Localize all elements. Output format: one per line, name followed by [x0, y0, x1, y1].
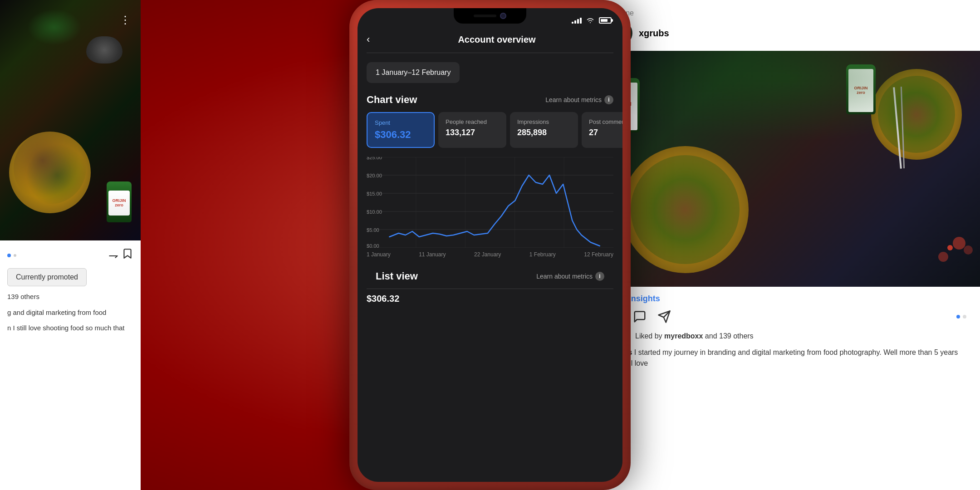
chart-area: $25.00 $20.00 $15.00 $10.00 $5.00 $0.00: [367, 157, 613, 248]
chart-container: $25.00 $20.00 $15.00 $10.00 $5.00 $0.00: [358, 148, 622, 258]
x-label-feb12: 12 February: [584, 251, 613, 258]
x-label-jan1: 1 January: [367, 251, 391, 258]
back-button[interactable]: ‹: [367, 34, 380, 45]
right-header: 16 June xgrubs: [594, 0, 980, 51]
date-range-container: 1 January–12 February: [358, 53, 622, 90]
right-food-bg: ORIJINzero ORIJINzero: [594, 51, 980, 287]
svg-text:$0.00: $0.00: [367, 243, 379, 248]
share-icon[interactable]: [657, 310, 671, 323]
right-can-2: ORIJINzero: [846, 64, 876, 114]
date-range-button[interactable]: 1 January–12 February: [367, 62, 460, 83]
metric-card-people[interactable]: People reached 133,127: [438, 112, 506, 148]
chart-view-title: Chart view: [367, 94, 417, 106]
metric-card-comments[interactable]: Post comments 27: [582, 112, 622, 148]
liked-row: Liked by myredboxx and 139 others: [608, 330, 966, 343]
left-caption-line2: n I still love shooting food so much tha…: [7, 323, 133, 333]
list-learn-metrics-text: Learn about metrics: [536, 273, 593, 280]
liked-prefix: Liked by: [635, 332, 664, 340]
status-icons: [572, 17, 612, 24]
right-post-bottom: View Insights: [594, 287, 980, 376]
view-insights-button[interactable]: View Insights: [608, 294, 966, 304]
right-post-image: ORIJINzero ORIJINzero: [594, 51, 980, 287]
svg-text:$10.00: $10.00: [367, 209, 382, 215]
battery-fill: [601, 19, 608, 22]
metric-people-value: 133,127: [446, 128, 499, 137]
signal-bar-4: [580, 18, 582, 24]
right-panel: 16 June xgrubs ORIJINzero ORIJINzer: [594, 0, 980, 490]
metric-comments-value: 27: [589, 128, 622, 137]
metric-card-spent[interactable]: Spent $306.32: [367, 112, 435, 148]
signal-bar-3: [577, 19, 579, 24]
metric-spent-label: Spent: [375, 119, 426, 126]
x-label-jan22: 22 January: [474, 251, 501, 258]
app-header: ‹ Account overview: [358, 28, 622, 53]
svg-text:$20.00: $20.00: [367, 173, 382, 178]
caption-body: I started my journey in branding and dig…: [608, 348, 958, 367]
list-learn-metrics-button[interactable]: Learn about metrics i: [536, 272, 604, 281]
learn-metrics-text: Learn about metrics: [545, 96, 602, 103]
metric-spent-value: $306.32: [375, 129, 426, 141]
caption-text: xgrubs I started my journey in branding …: [608, 347, 966, 369]
dot-inactive: [14, 254, 16, 257]
chart-view-header: Chart view Learn about metrics i: [358, 90, 622, 112]
signal-bar-1: [572, 22, 573, 24]
wifi-icon: [586, 17, 594, 24]
phone-notch: [454, 8, 526, 24]
x-label-feb1: 1 February: [529, 251, 556, 258]
username[interactable]: xgrubs: [639, 28, 669, 39]
action-row: [608, 310, 966, 323]
svg-text:$15.00: $15.00: [367, 191, 382, 196]
battery-icon: [599, 17, 612, 24]
svg-text:$25.00: $25.00: [367, 157, 382, 160]
signal-bar-2: [574, 20, 576, 24]
right-dot-active: [956, 315, 960, 318]
phone-outer: ‹ Account overview 1 January–12 February…: [349, 0, 631, 490]
list-view-title: List view: [376, 270, 418, 282]
right-dots-indicator: [956, 315, 966, 318]
bookmark-icon[interactable]: ⇁: [108, 248, 133, 263]
more-icon[interactable]: ⋮: [120, 14, 132, 26]
liked-others: and 139 others: [703, 332, 753, 340]
list-view-header: List view Learn about metrics i: [367, 267, 613, 289]
right-plate-2: [871, 69, 962, 160]
chart-x-labels: 1 January 11 January 22 January 1 Februa…: [367, 248, 613, 258]
liked-user[interactable]: myredboxx: [664, 332, 703, 340]
left-post-text: 139 others: [7, 292, 133, 302]
liked-text: Liked by myredboxx and 139 others: [635, 332, 754, 340]
dot-active: [7, 254, 11, 257]
left-panel: ORIJINzero ⋮ ⇁ Currently promoted 139 ot…: [0, 0, 141, 490]
notch-speaker: [474, 15, 496, 17]
list-value: $306.32: [367, 294, 613, 304]
left-post-image: ORIJINzero ⋮: [0, 0, 141, 240]
right-dot-inactive: [963, 315, 966, 318]
right-plate-1: [622, 146, 749, 273]
app-header-title: Account overview: [380, 34, 613, 45]
comment-icon[interactable]: [632, 310, 647, 323]
list-view-section: List view Learn about metrics i $306.32: [358, 258, 622, 309]
phone-inner: ‹ Account overview 1 January–12 February…: [358, 8, 622, 482]
metric-impressions-value: 285,898: [517, 128, 571, 137]
chart-svg: $25.00 $20.00 $15.00 $10.00 $5.00 $0.00: [367, 157, 613, 248]
date-range-text: 1 January–12 February: [376, 69, 451, 76]
right-date: 16 June: [608, 9, 966, 17]
info-icon[interactable]: i: [604, 95, 613, 104]
learn-metrics-button[interactable]: Learn about metrics i: [545, 95, 613, 104]
left-caption-line1: g and digital marketing from food: [7, 308, 133, 318]
right-user-row: xgrubs: [608, 21, 966, 45]
signal-bars-icon: [572, 17, 582, 24]
currently-promoted-button[interactable]: Currently promoted: [7, 268, 87, 286]
x-label-jan11: 11 January: [419, 251, 446, 258]
page-indicator: [7, 254, 16, 257]
metric-comments-label: Post comments: [589, 118, 622, 125]
phone-content[interactable]: ‹ Account overview 1 January–12 February…: [358, 28, 622, 482]
metric-people-label: People reached: [446, 118, 499, 125]
phone-wrapper: ‹ Account overview 1 January–12 February…: [349, 0, 631, 490]
metric-impressions-label: Impressions: [517, 118, 571, 125]
svg-text:$5.00: $5.00: [367, 227, 379, 233]
list-info-icon[interactable]: i: [595, 272, 604, 281]
metric-card-impressions[interactable]: Impressions 285,898: [510, 112, 578, 148]
metrics-row: Spent $306.32 People reached 133,127 Imp…: [358, 112, 622, 148]
left-post-bottom: ⇁ Currently promoted 139 others g and di…: [0, 240, 141, 490]
notch-camera: [500, 13, 506, 19]
